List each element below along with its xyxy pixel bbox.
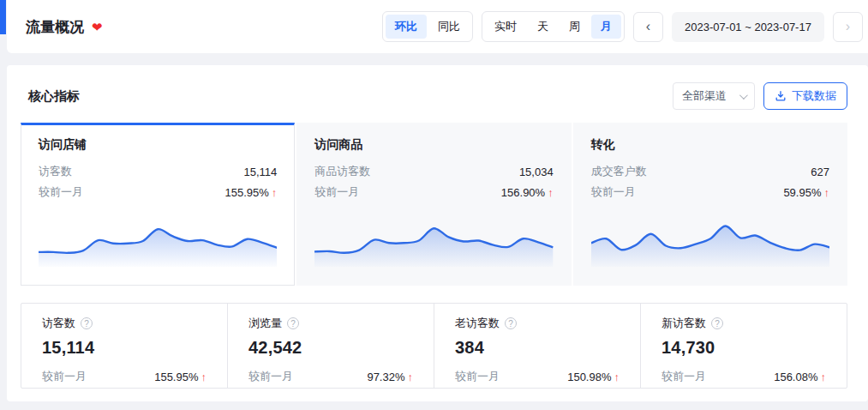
tab-card-conversion[interactable]: 转化 成交客户数 627 较前一月 59.95%↑ [573, 123, 847, 286]
metric-tab-cards: 访问店铺 访客数 15,114 较前一月 155.95%↑ 访问商品 商品访客数… [21, 123, 847, 286]
metric-compare-row: 较前一月 150.98%↑ [455, 369, 620, 384]
card-compare-row: 较前一月 156.90%↑ [314, 184, 553, 200]
chevron-down-icon [739, 91, 748, 99]
compare-value: 156.90%↑ [501, 186, 554, 199]
arrow-up-icon: ↑ [614, 371, 620, 383]
section-title: 核心指标 [21, 88, 80, 105]
metric-new-visitors: 新访客数 ? 14,730 较前一月 156.08%↑ [640, 304, 847, 388]
metric-value: 15,114 [42, 338, 207, 358]
compare-label: 较前一月 [591, 184, 636, 200]
compare-mode-segment: 环比 同比 [382, 11, 473, 42]
arrow-up-icon: ↑ [408, 371, 414, 383]
tab-realtime[interactable]: 实时 [485, 15, 526, 39]
compare-value: 97.32%↑ [367, 371, 413, 383]
tab-card-visit-shop[interactable]: 访问店铺 访客数 15,114 较前一月 155.95%↑ [21, 123, 295, 286]
page-title: 流量概况 [26, 17, 84, 37]
compare-value: 155.95%↑ [154, 371, 207, 383]
metric-value: 384 [455, 338, 620, 358]
panel-head-right: 全部渠道 下载数据 [673, 82, 847, 110]
download-label: 下载数据 [792, 88, 836, 104]
metric-label: 浏览量 [248, 316, 282, 331]
sparkline-chart-visit-product [314, 214, 553, 267]
metric-label: 访客数 [39, 164, 72, 179]
traffic-overview-page: 流量概况 ❤ 环比 同比 实时 天 周 月 ‹ 2023-07-01 ~ 202… [0, 0, 868, 410]
card-title: 访问店铺 [39, 137, 277, 153]
chevron-left-icon: ‹ [646, 19, 650, 34]
bottom-metrics-strip: 访客数 ? 15,114 较前一月 155.95%↑ 浏览量 ? 42,542 … [21, 303, 847, 389]
date-range-picker[interactable]: 2023-07-01 ~ 2023-07-17 [672, 12, 824, 42]
metric-label-row: 老访客数 ? [455, 316, 620, 331]
help-icon[interactable]: ? [711, 317, 723, 329]
compare-label: 较前一月 [661, 369, 706, 384]
compare-value: 155.95%↑ [225, 186, 278, 199]
metric-value: 15,034 [519, 166, 554, 178]
tab-yoy[interactable]: 同比 [428, 15, 470, 39]
metric-compare-row: 较前一月 155.95%↑ [42, 369, 207, 384]
help-icon[interactable]: ? [505, 317, 517, 329]
compare-label: 较前一月 [314, 184, 359, 200]
help-icon[interactable]: ? [81, 317, 93, 329]
sparkline-wrap [591, 214, 829, 267]
tab-day[interactable]: 天 [528, 15, 558, 39]
channel-select-value: 全部渠道 [682, 88, 727, 104]
metric-compare-row: 较前一月 97.32%↑ [248, 369, 413, 384]
metric-label-row: 访客数 ? [42, 316, 207, 331]
help-icon[interactable]: ? [287, 317, 299, 329]
card-compare-row: 较前一月 59.95%↑ [591, 184, 829, 200]
metric-compare-row: 较前一月 156.08%↑ [661, 369, 826, 384]
card-metric-row: 商品访客数 15,034 [314, 164, 553, 179]
header-controls: 环比 同比 实时 天 周 月 ‹ 2023-07-01 ~ 2023-07-17… [382, 11, 863, 42]
compare-label: 较前一月 [455, 369, 500, 384]
metric-label: 老访客数 [455, 316, 500, 331]
compare-value: 59.95%↑ [783, 186, 829, 199]
sparkline-chart-conversion [591, 214, 829, 267]
metric-value: 15,114 [244, 166, 278, 178]
card-metric-row: 成交客户数 627 [591, 164, 829, 179]
tab-month[interactable]: 月 [591, 15, 621, 39]
compare-value: 156.08%↑ [774, 371, 826, 383]
metric-value: 627 [811, 166, 829, 178]
date-range-text: 2023-07-01 ~ 2023-07-17 [685, 21, 811, 33]
sparkline-wrap [39, 214, 277, 267]
metric-returning-visitors: 老访客数 ? 384 较前一月 150.98%↑ [434, 304, 640, 388]
compare-label: 较前一月 [39, 184, 83, 200]
card-compare-row: 较前一月 155.95%↑ [39, 184, 277, 200]
tab-week[interactable]: 周 [560, 15, 590, 39]
left-accent-bar [0, 0, 6, 34]
tab-mom[interactable]: 环比 [386, 15, 427, 39]
heart-icon[interactable]: ❤ [92, 21, 103, 33]
card-metric-row: 访客数 15,114 [39, 164, 277, 179]
arrow-up-icon: ↑ [272, 186, 278, 199]
sparkline-wrap [314, 214, 553, 267]
download-data-button[interactable]: 下载数据 [763, 82, 847, 110]
metric-value: 42,542 [248, 338, 413, 358]
next-period-button[interactable]: › [833, 12, 863, 42]
card-title: 访问商品 [314, 137, 553, 153]
metric-pageviews: 浏览量 ? 42,542 较前一月 97.32%↑ [227, 304, 434, 388]
panel-head: 核心指标 全部渠道 下载数据 [21, 82, 847, 110]
compare-value: 150.98%↑ [567, 371, 620, 383]
title-wrap: 流量概况 ❤ [26, 17, 103, 37]
metric-label: 成交客户数 [591, 164, 647, 179]
sparkline-chart-visit-shop [39, 214, 277, 267]
arrow-up-icon: ↑ [821, 371, 827, 383]
metric-label: 访客数 [42, 316, 75, 331]
channel-select[interactable]: 全部渠道 [673, 82, 755, 110]
card-title: 转化 [591, 137, 829, 153]
compare-label: 较前一月 [248, 369, 293, 384]
download-icon [775, 90, 787, 102]
tab-card-visit-product[interactable]: 访问商品 商品访客数 15,034 较前一月 156.90%↑ [296, 123, 571, 286]
metric-label-row: 新访客数 ? [661, 316, 826, 331]
metric-label: 商品访客数 [314, 164, 370, 179]
arrow-up-icon: ↑ [548, 186, 554, 199]
header-bar: 流量概况 ❤ 环比 同比 实时 天 周 月 ‹ 2023-07-01 ~ 202… [7, 0, 868, 53]
metric-label-row: 浏览量 ? [248, 316, 413, 331]
chevron-right-icon: › [846, 19, 850, 34]
metric-visitors: 访客数 ? 15,114 较前一月 155.95%↑ [21, 304, 227, 388]
core-metrics-panel: 核心指标 全部渠道 下载数据 访问店铺 访客数 [7, 65, 868, 401]
compare-label: 较前一月 [42, 369, 87, 384]
prev-period-button[interactable]: ‹ [633, 12, 663, 42]
arrow-up-icon: ↑ [201, 371, 207, 383]
metric-label: 新访客数 [661, 316, 706, 331]
arrow-up-icon: ↑ [823, 186, 829, 199]
